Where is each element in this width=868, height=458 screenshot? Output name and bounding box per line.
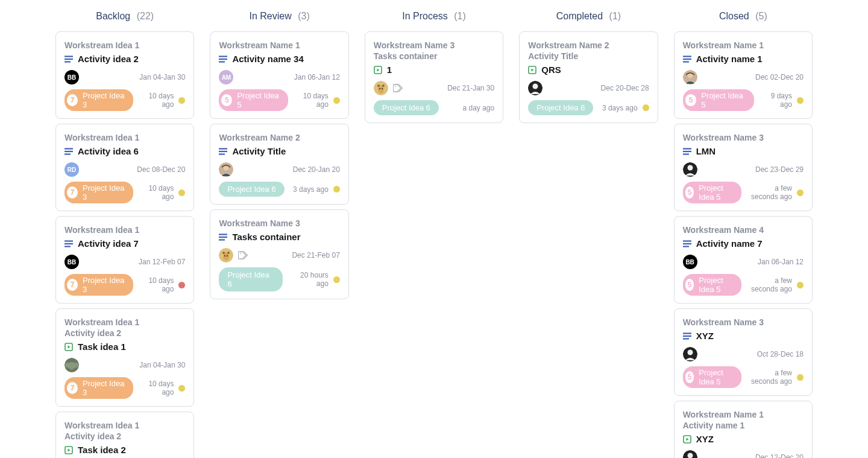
kanban-card[interactable]: Workstream Idea 1 Activity idea 7 BBJan … <box>55 216 194 304</box>
column-count: (1) <box>454 11 466 21</box>
card-title-row: Task idea 1 <box>64 342 185 352</box>
kanban-card[interactable]: Workstream Name 3Tasks container 1 Dec 2… <box>365 31 503 123</box>
avatar <box>64 358 79 372</box>
card-footer: 5Project Idea 5a few seconds ago <box>683 274 804 296</box>
card-meta: Oct 28-Dec 18 <box>683 347 804 361</box>
pill-count: 5 <box>685 94 697 106</box>
column-cards[interactable]: Workstream Name 3Tasks container 1 Dec 2… <box>362 31 506 458</box>
card-footer: 5Project Idea 5a few seconds ago <box>683 366 804 388</box>
kanban-card[interactable]: Workstream Name 1Activity name 1 XYZ Dec… <box>674 401 813 458</box>
status-dot <box>333 186 340 192</box>
column-header[interactable]: Backlog (22) <box>53 0 197 31</box>
card-title-row: Task idea 2 <box>64 445 185 455</box>
workstream-path: Tasks container <box>374 51 494 61</box>
kanban-card[interactable]: Workstream Name 2Activity Title QRS Dec … <box>519 31 658 123</box>
date-range: Dec 08-Dec 20 <box>137 165 185 174</box>
pill-count: 5 <box>685 371 694 383</box>
card-title: Activity name 34 <box>232 54 303 64</box>
card-footer: 5Project Idea 510 days ago <box>219 89 339 111</box>
column-cards[interactable]: Workstream Idea 1 Activity idea 2 BBJan … <box>53 31 197 458</box>
play-icon <box>374 66 382 74</box>
kanban-card[interactable]: Workstream Idea 1Activity idea 2 Task id… <box>55 412 194 458</box>
column-header[interactable]: Closed (5) <box>671 0 815 31</box>
workstream-path: Workstream Idea 1 <box>64 317 185 327</box>
project-pill[interactable]: Project Idea 6 <box>219 182 284 197</box>
column-cards[interactable]: Workstream Name 1 Activity name 34 AMJan… <box>207 31 351 458</box>
column-count: (1) <box>609 11 621 21</box>
pill-count: 7 <box>67 382 78 394</box>
card-title-row: Activity Title <box>219 146 339 156</box>
time-ago: 3 days ago <box>602 104 638 112</box>
card-title: Task idea 2 <box>78 445 126 455</box>
card-footer: Project Idea 63 days ago <box>528 100 649 115</box>
kanban-card[interactable]: Workstream Idea 1Activity idea 2 Task id… <box>55 308 194 407</box>
kanban-card[interactable]: Workstream Name 3 Tasks container Dec 21… <box>210 209 348 299</box>
card-title: Activity Title <box>232 146 286 156</box>
kanban-card[interactable]: Workstream Name 1 Activity name 34 AMJan… <box>210 31 348 119</box>
card-footer: 7Project Idea 310 days ago <box>64 89 185 111</box>
status-dot <box>643 104 649 111</box>
kanban-card[interactable]: Workstream Name 3 XYZ Oct 28-Dec 18 5Pro… <box>674 308 813 396</box>
list-icon <box>683 56 691 63</box>
workstream-path: Workstream Name 2 <box>219 133 339 142</box>
card-meta: Dec 20-Dec 28 <box>528 81 649 95</box>
card-title: Activity idea 7 <box>78 238 139 249</box>
card-title-row: Activity name 34 <box>219 54 339 64</box>
project-pill[interactable]: 7Project Idea 3 <box>64 274 133 296</box>
status-dot <box>333 276 340 283</box>
workstream-path: Workstream Name 3 <box>683 133 804 142</box>
column-header[interactable]: In Review (3) <box>207 0 351 31</box>
column-closed: Closed (5) Workstream Name 1 Activity na… <box>671 0 815 458</box>
workstream-path: Workstream Name 3 <box>219 218 339 228</box>
workstream-path: Workstream Name 1 <box>219 40 339 50</box>
kanban-card[interactable]: Workstream Name 4 Activity name 7 BBJan … <box>674 216 813 304</box>
card-footer: 7Project Idea 310 days ago <box>64 182 185 203</box>
status-dot <box>178 282 185 288</box>
kanban-card[interactable]: Workstream Name 2 Activity Title Dec 20-… <box>210 124 348 205</box>
time-ago: 3 days ago <box>293 185 329 194</box>
workstream-path: Activity idea 2 <box>64 328 185 338</box>
svg-point-43 <box>395 86 396 87</box>
status-dot <box>178 189 185 196</box>
play-icon <box>64 343 73 351</box>
column-header[interactable]: Completed (1) <box>517 0 660 31</box>
column-cards[interactable]: Workstream Name 1 Activity name 1 Dec 02… <box>671 31 815 458</box>
pill-label: Project Idea 3 <box>83 276 126 294</box>
project-pill[interactable]: 7Project Idea 3 <box>64 89 133 111</box>
project-pill[interactable]: Project Idea 6 <box>374 100 439 115</box>
project-pill[interactable]: Project Idea 6 <box>219 267 283 291</box>
avatar <box>374 81 388 95</box>
project-pill[interactable]: 7Project Idea 3 <box>64 377 133 399</box>
column-backlog: Backlog (22) Workstream Idea 1 Activity … <box>53 0 197 458</box>
project-pill[interactable]: 5Project Idea 5 <box>683 89 754 111</box>
project-pill[interactable]: Project Idea 6 <box>528 100 593 115</box>
pill-label: Project Idea 3 <box>83 379 126 397</box>
kanban-card[interactable]: Workstream Idea 1 Activity idea 2 BBJan … <box>55 31 194 119</box>
card-meta: Dec 21-Jan 30 <box>374 81 494 95</box>
time-ago: a few seconds ago <box>746 276 792 293</box>
kanban-card[interactable]: Workstream Idea 1 Activity idea 6 RDDec … <box>55 124 194 211</box>
column-cards[interactable]: Workstream Name 2Activity Title QRS Dec … <box>517 31 660 458</box>
time-ago: a few seconds ago <box>746 369 792 386</box>
card-footer: 7Project Idea 310 days ago <box>64 377 185 399</box>
pill-count: 5 <box>685 186 694 199</box>
card-title-row: Activity name 7 <box>683 238 804 249</box>
status-dot <box>797 97 804 104</box>
project-pill[interactable]: 7Project Idea 3 <box>64 182 133 203</box>
card-meta: BBJan 12-Feb 07 <box>64 255 185 269</box>
pill-count: 7 <box>67 279 78 291</box>
project-pill[interactable]: 5Project Idea 5 <box>683 182 742 203</box>
kanban-card[interactable]: Workstream Name 1 Activity name 1 Dec 02… <box>674 31 813 119</box>
pill-count: 5 <box>685 279 694 291</box>
time-ago: 9 days ago <box>759 92 792 109</box>
workstream-path: Activity name 1 <box>683 421 804 430</box>
project-pill[interactable]: 5Project Idea 5 <box>219 89 288 111</box>
pill-label: Project Idea 3 <box>83 91 126 109</box>
kanban-card[interactable]: Workstream Name 3 LMN Dec 23-Dec 29 5Pro… <box>674 124 813 211</box>
project-pill[interactable]: 5Project Idea 5 <box>683 274 742 296</box>
project-pill[interactable]: 5Project Idea 5 <box>683 366 742 388</box>
workstream-path: Workstream Idea 1 <box>64 40 185 50</box>
column-header[interactable]: In Process (1) <box>362 0 506 31</box>
svg-point-12 <box>65 363 70 367</box>
status-dot <box>797 282 804 288</box>
